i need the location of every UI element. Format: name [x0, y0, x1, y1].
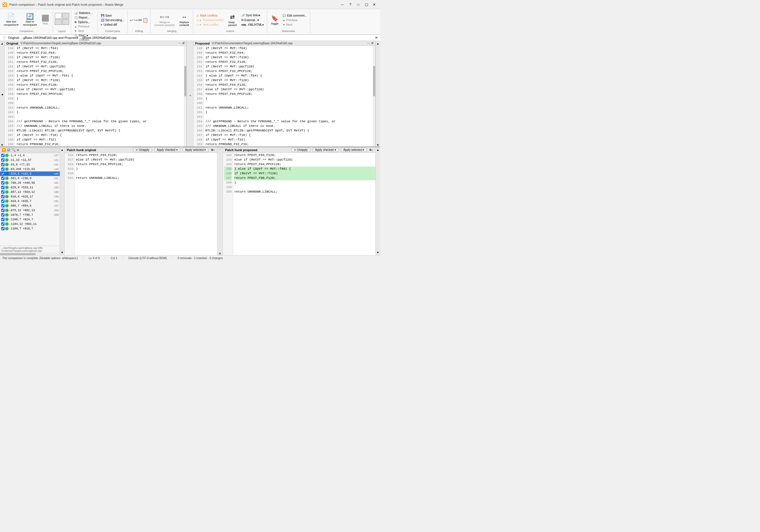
change-marker-left[interactable]: ◄	[1, 93, 4, 96]
apply-selected-original-button[interactable]: Apply selected ▾	[183, 148, 209, 152]
minimize-button[interactable]: ─	[339, 2, 346, 7]
bm-previous-button[interactable]: ▲ Previous	[281, 18, 308, 22]
patch-proposed-more[interactable]: ⊕↓	[369, 148, 373, 152]
report-button[interactable]: 📋 Report...	[73, 16, 96, 20]
replace-content-button[interactable]: ↔ Replacecontent▾	[177, 11, 191, 29]
layout-2pane[interactable]	[55, 13, 62, 19]
swap-panes-button[interactable]: ⇄ Swappanes▾	[226, 12, 239, 28]
right-code-lines[interactable]: if (RetVT == MVT::f64) return FPEXT_F32_…	[204, 46, 373, 147]
hunk-list-filter-icon[interactable]: 🔽	[2, 148, 6, 152]
unified-diff-button[interactable]: ≡ Unified diff	[99, 23, 126, 27]
toggle-button[interactable]: 🔖 Toggle	[269, 11, 281, 29]
patch-gutter-more[interactable]: ⊕	[219, 252, 221, 255]
bottom-right-scroll-down[interactable]: ▼	[377, 251, 379, 254]
right-pane-actions: ··· ↺	[367, 41, 373, 45]
hunk-item[interactable]: -829,9 +533,11-183	[0, 185, 60, 190]
center-arrow-icon[interactable]: ◄	[189, 94, 191, 97]
hunk-item[interactable]: -1199,7 +916,7	[0, 226, 60, 231]
right-scrollbar[interactable]	[373, 46, 375, 147]
stop-button[interactable]: ⬛ Stop	[39, 11, 51, 29]
patch-original-code-lines[interactable]: return FPEXT_F64_F128; else if (RetVT ==…	[75, 153, 217, 255]
save-icon: 💾	[101, 14, 104, 17]
maximize-button[interactable]: ▢	[363, 2, 370, 7]
external-button[interactable]: ⧉ External...▾	[240, 18, 265, 22]
right-code-area[interactable]: 1481491501511521531541551561571581591601…	[193, 46, 375, 147]
apply-selected-proposed-button[interactable]: Apply selected ▾	[341, 148, 367, 152]
save-button[interactable]: 💾 Save	[99, 14, 126, 18]
hunk-item[interactable]: -918,6 +635,7-191	[0, 199, 60, 203]
close-filepath-icon[interactable]: ✕	[375, 36, 378, 40]
edit-comment-button[interactable]: 💬 Edit comment...	[281, 14, 308, 18]
undo-icon[interactable]: ↩	[130, 18, 133, 23]
mark-conflicts-button[interactable]: ⚠ Mark conflicts	[195, 14, 225, 18]
hunk-item[interactable]: -768,26 +440,58-161	[0, 180, 60, 185]
unapply-proposed-button[interactable]: ↩ Unapply	[291, 148, 310, 152]
layout-3pane[interactable]	[62, 13, 69, 19]
cut-icon[interactable]: ✂	[138, 18, 142, 23]
apply-checked-original-button[interactable]: Apply checked ▾	[154, 148, 180, 152]
previous-change-button[interactable]: ▲ Previous	[73, 24, 96, 28]
hunk-list-view-icon[interactable]: ≡	[17, 148, 19, 152]
hunk-scrollbar[interactable]	[0, 253, 60, 255]
scroll-down-right[interactable]: ▼	[377, 143, 379, 147]
right-scroll-thumb[interactable]	[373, 66, 375, 96]
left-scroll-thumb[interactable]	[184, 66, 186, 96]
left-pane-menu[interactable]: ···	[178, 41, 181, 45]
hunk-item[interactable]: -64,448 +115,63-143	[0, 167, 60, 171]
new-text-comparison-button[interactable]: 📄 New textcomparison▾	[2, 11, 21, 29]
set-encoding-button[interactable]: 🔤 Set encoding...	[99, 18, 126, 22]
right-pane-menu[interactable]: ···	[367, 41, 370, 45]
hunk-item[interactable]: -975,12 +692,13-203	[0, 208, 60, 213]
hunk-scroll-thumb[interactable]	[0, 253, 36, 255]
restore-button[interactable]: □	[355, 2, 362, 7]
xml-html-button[interactable]: XML XML/HTML▾	[240, 23, 265, 27]
left-scrollbar[interactable]	[184, 46, 186, 147]
patch-transfer-icon[interactable]: →	[218, 147, 222, 151]
hunk-item[interactable]: -11,33 +11,57-141	[0, 158, 60, 162]
unapply-original-button[interactable]: ↩ Unapply	[133, 148, 152, 152]
hunk-item[interactable]: -966,7 +684,6-197	[0, 203, 60, 208]
hunk-item[interactable]: -1,4 +1,4-127	[0, 153, 60, 158]
start-recompare-button[interactable]: 🔄 Start orrecompare▾	[21, 11, 39, 29]
right-pane-refresh[interactable]: ↺	[371, 41, 373, 45]
copy-icon[interactable]: 📋	[143, 18, 148, 23]
hunk-item[interactable]: -561,6 +230,9-151	[0, 176, 60, 180]
close-button[interactable]: ✕	[371, 2, 378, 7]
merge-common-button[interactable]: ⇐⇒ Merge tocommon ancestor	[152, 11, 177, 29]
left-pane-refresh[interactable]: ↺	[182, 41, 185, 45]
hunk-item[interactable]: -526,6 +192,9-145	[0, 171, 60, 176]
options-button[interactable]: ⚙ Options...	[73, 20, 96, 24]
bm-next-button[interactable]: ▼ Next	[281, 23, 308, 27]
apply-checked-proposed-button[interactable]: Apply checked ▾	[312, 148, 339, 152]
patch-proposed-code-lines[interactable]: return FPEXT_F64_F128; else if (RetVT ==…	[233, 153, 375, 255]
layout-vert[interactable]	[55, 19, 62, 25]
left-code-area[interactable]: 1481491501511521531541551561571581591601…	[5, 46, 186, 147]
hunk-list-check-icon[interactable]: ☑	[7, 148, 10, 152]
bottom-scroll-up[interactable]: ▲	[61, 148, 64, 151]
hunk-item[interactable]: -1078,7 +796,7-209	[0, 213, 60, 217]
bottom-scroll-down[interactable]: ▼	[61, 251, 64, 254]
hunk-item[interactable]: -1106,7 +824,7	[0, 217, 60, 222]
prev-conflict-button[interactable]: ⚠▲ Previous conflict	[195, 18, 225, 22]
hunk-list-search-icon[interactable]: 🔍	[12, 148, 16, 152]
scroll-up-right[interactable]: ▲	[377, 42, 379, 45]
redo-icon[interactable]: ↪	[134, 18, 138, 23]
patch-original-code[interactable]: 526527528529530531 return FPEXT_F64_F128…	[65, 153, 217, 255]
hunk-item[interactable]: -1184,12 +902,11	[0, 222, 60, 226]
scroll-down-left[interactable]: ▼	[1, 143, 4, 147]
next-change-button[interactable]: ▼ Next	[73, 29, 96, 33]
center-collapse-icon[interactable]: ···	[189, 41, 191, 44]
statistics-button[interactable]: 📊 Statistics...	[73, 11, 96, 15]
patch-proposed-code[interactable]: 192193194195196197198199200 return FPEXT…	[223, 153, 375, 255]
bottom-right-scroll-up[interactable]: ▲	[377, 148, 379, 151]
next-conflict-button[interactable]: ⚠▼ Next conflict	[195, 23, 225, 27]
patch-original-more[interactable]: ⊕↓	[211, 148, 215, 152]
left-code-lines[interactable]: if (RetVT == MVT::f64) return FPEXT_F32_…	[15, 46, 184, 147]
hunk-item[interactable]: -910,6 +616,17-190	[0, 194, 60, 199]
scroll-up-left[interactable]: ▲	[1, 42, 4, 45]
help-button[interactable]: ?	[347, 2, 354, 7]
layout-horiz[interactable]	[62, 19, 69, 25]
hunk-item[interactable]: -53,6 +77,33-141	[0, 162, 60, 167]
hunk-item[interactable]: -857,12 +563,12-188	[0, 190, 60, 194]
sync-links-button[interactable]: 🔗 Sync links▾	[240, 13, 265, 18]
